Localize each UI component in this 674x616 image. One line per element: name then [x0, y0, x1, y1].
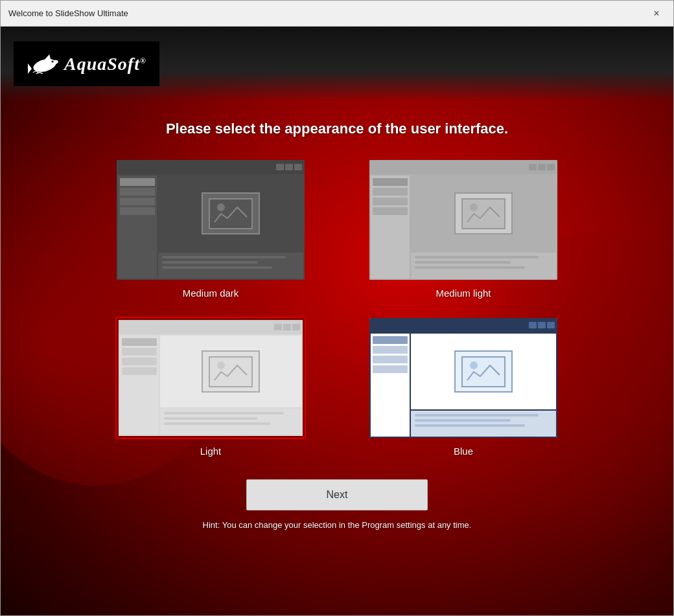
content-area: Please select the appearance of the user… — [1, 101, 673, 615]
sidebar-item — [373, 356, 408, 363]
preview-image — [454, 192, 513, 234]
timeline-content — [158, 253, 303, 272]
sidebar-item — [122, 338, 157, 346]
close-button[interactable]: × — [647, 5, 666, 23]
sidebar-item — [122, 358, 157, 365]
win-btn-min — [274, 324, 282, 330]
sidebar-item — [373, 336, 408, 344]
header-logo-area: AquaSoft® — [1, 27, 673, 101]
win-btn-min — [529, 164, 537, 170]
window-title: Welcome to SlideShow Ultimate — [8, 8, 128, 18]
theme-option-medium-light[interactable]: Medium light — [356, 160, 570, 299]
preview-body — [369, 174, 557, 280]
timeline-line — [164, 412, 284, 415]
theme-preview-blue — [369, 318, 557, 438]
sidebar-item — [120, 178, 155, 186]
theme-label-blue: Blue — [454, 446, 473, 457]
theme-label-medium-light: Medium light — [436, 288, 491, 299]
timeline-line — [415, 419, 511, 422]
timeline-line — [162, 266, 272, 269]
win-btn-max — [283, 324, 291, 330]
timeline-line — [415, 266, 525, 269]
theme-preview-medium-light — [369, 160, 557, 280]
sidebar-item — [120, 188, 155, 196]
next-button[interactable]: Next — [246, 479, 428, 510]
preview-sidebar — [120, 336, 159, 435]
title-bar: Welcome to SlideShow Ultimate × — [1, 1, 673, 27]
win-btn-max — [285, 164, 293, 170]
preview-body — [369, 332, 557, 438]
preview-sidebar — [371, 334, 410, 437]
timeline-content — [411, 253, 556, 272]
svg-point-11 — [217, 361, 225, 369]
page-heading: Please select the appearance of the user… — [166, 120, 508, 137]
timeline-line — [164, 422, 271, 425]
preview-image — [454, 350, 513, 393]
preview-timeline — [411, 411, 556, 437]
win-btn-min — [276, 164, 284, 170]
timeline-line — [415, 424, 525, 427]
theme-label-medium-dark: Medium dark — [183, 288, 239, 299]
sidebar-item — [373, 207, 408, 215]
preview-body — [119, 334, 303, 436]
preview-timeline — [160, 409, 301, 435]
timeline-line — [164, 417, 257, 420]
sidebar-item — [373, 346, 408, 354]
preview-titlebar — [369, 318, 557, 332]
timeline-line — [415, 256, 539, 258]
application-window: Welcome to SlideShow Ultimate × — [0, 0, 674, 616]
svg-point-9 — [470, 203, 478, 211]
preview-main — [160, 336, 301, 435]
sidebar-item — [373, 198, 408, 205]
win-btn-close — [294, 164, 302, 170]
win-btn-close — [547, 322, 555, 328]
win-btn-min — [529, 322, 537, 328]
preview-body — [117, 174, 305, 280]
dolphin-icon — [27, 49, 59, 78]
preview-sidebar — [371, 176, 410, 279]
preview-titlebar — [119, 320, 303, 334]
preview-image — [202, 192, 260, 234]
theme-label-light: Light — [200, 446, 222, 457]
theme-preview-medium-dark — [117, 160, 305, 280]
theme-option-medium-dark[interactable]: Medium dark — [104, 160, 318, 299]
preview-main — [158, 176, 303, 279]
preview-canvas — [158, 176, 303, 251]
svg-point-13 — [470, 361, 478, 369]
preview-main — [411, 334, 556, 437]
win-btn-close — [292, 324, 300, 330]
timeline-line — [162, 256, 286, 258]
sidebar-item — [373, 188, 408, 196]
sidebar-item — [373, 178, 408, 186]
timeline-line — [415, 414, 539, 416]
preview-titlebar — [117, 160, 305, 174]
theme-option-blue[interactable]: Blue — [356, 318, 570, 457]
theme-preview-light — [117, 318, 305, 438]
svg-marker-1 — [28, 63, 32, 74]
sidebar-item — [122, 348, 157, 356]
timeline-content — [411, 411, 556, 430]
sidebar-item — [120, 198, 155, 205]
sidebar-item — [122, 367, 157, 375]
logo-box: AquaSoft® — [14, 41, 159, 86]
preview-main — [411, 176, 556, 279]
win-btn-close — [547, 164, 555, 170]
svg-point-7 — [217, 203, 225, 211]
timeline-line — [162, 261, 258, 264]
logo-text: AquaSoft® — [64, 54, 146, 74]
preview-canvas — [411, 334, 556, 409]
preview-sidebar — [118, 176, 157, 279]
preview-timeline — [158, 253, 303, 279]
svg-point-4 — [52, 61, 54, 63]
preview-canvas — [411, 176, 556, 251]
theme-option-light[interactable]: Light — [104, 318, 318, 457]
sidebar-item — [373, 365, 408, 373]
preview-canvas — [160, 336, 301, 407]
main-content: AquaSoft® Please select the appearance o… — [1, 27, 673, 615]
preview-image — [202, 350, 260, 393]
timeline-content — [160, 409, 301, 428]
hint-text: Hint: You can change your selection in t… — [203, 520, 472, 530]
win-btn-max — [538, 322, 546, 328]
sidebar-item — [120, 207, 155, 215]
theme-grid: Medium dark — [104, 160, 570, 457]
